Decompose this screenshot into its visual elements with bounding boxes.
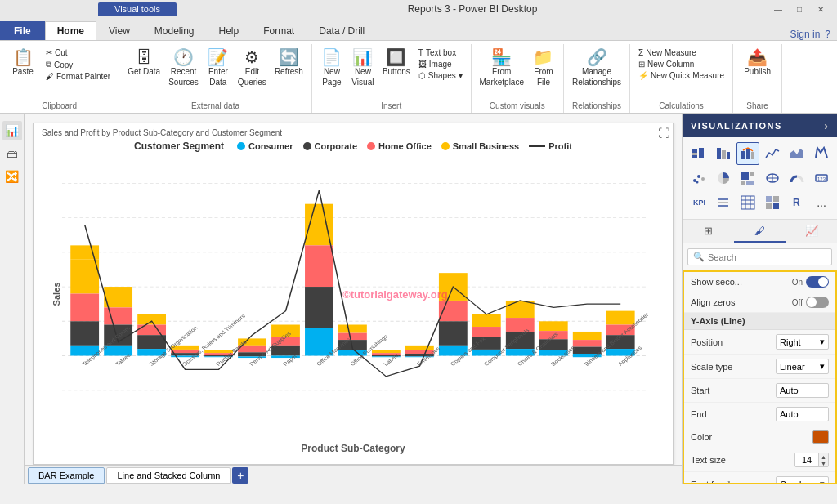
format-painter-button[interactable]: 🖌 Format Painter	[43, 71, 114, 82]
start-label: Start	[691, 386, 709, 395]
chart-body: Sales 2,500K 2,000K 1,500K 1,000K 500K	[34, 163, 673, 425]
text-size-input[interactable]: ▲ ▼	[794, 453, 829, 467]
add-page-button[interactable]: +	[232, 467, 248, 484]
cut-button[interactable]: ✂ Cut	[43, 47, 114, 58]
viz-icon-stacked-bar[interactable]	[687, 142, 710, 165]
page-tab-line[interactable]: Line and Stacked Column	[106, 467, 231, 484]
new-page-button[interactable]: 📄 New Page	[317, 47, 347, 88]
search-box[interactable]: 🔍	[687, 248, 832, 265]
svg-text:123: 123	[817, 176, 826, 181]
chart-expand-btn[interactable]: ⛶	[658, 127, 669, 140]
viz-icon-slicer[interactable]	[712, 191, 735, 214]
from-file-button[interactable]: 📁 From File	[529, 47, 558, 88]
text-size-label: Text size	[691, 455, 726, 465]
svg-point-120	[697, 175, 700, 178]
viz-panel-title: VISUALIZATIONS	[691, 121, 782, 131]
svg-rect-32	[137, 314, 166, 325]
new-visual-button[interactable]: 📊 New Visual	[348, 47, 378, 88]
new-measure-button[interactable]: Σ New Measure	[635, 47, 727, 58]
new-quick-measure-button[interactable]: ⚡ New Quick Measure	[635, 70, 727, 81]
position-row: Position Right▾	[684, 330, 835, 355]
manage-relationships-button[interactable]: 🔗 Manage Relationships	[569, 47, 624, 88]
minimize-button[interactable]: —	[768, 2, 788, 16]
search-input[interactable]	[708, 252, 826, 262]
viz-icon-matrix[interactable]	[761, 191, 784, 214]
sign-in[interactable]: Sign in ?	[790, 29, 837, 40]
viz-icon-map[interactable]	[761, 167, 784, 190]
page-tab-bar: BAR Example	[28, 467, 105, 484]
tab-data-drill[interactable]: Data / Drill	[307, 21, 377, 40]
window-title: Reports 3 - Power BI Desktop	[177, 3, 768, 15]
color-picker[interactable]	[812, 430, 829, 444]
text-box-button[interactable]: T Text box	[415, 47, 466, 58]
viz-icon-line-bar[interactable]	[736, 142, 759, 165]
from-marketplace-button[interactable]: 🏪 From Marketplace	[477, 47, 527, 88]
legend-customer-segment-label: Customer Segment	[134, 140, 224, 152]
viz-icon-scatter[interactable]	[687, 167, 710, 190]
viz-tab-fields[interactable]: ⊞	[683, 220, 734, 243]
tab-modeling[interactable]: Modeling	[142, 21, 207, 40]
position-dropdown[interactable]: Right▾	[776, 334, 829, 350]
viz-icon-card[interactable]: 123	[810, 167, 833, 190]
refresh-button[interactable]: 🔄 Refresh	[271, 47, 307, 78]
viz-icon-bar[interactable]	[712, 142, 735, 165]
tab-home[interactable]: Home	[45, 21, 96, 40]
copy-button[interactable]: ⧉ Copy	[43, 59, 114, 70]
chart-container[interactable]: Sales and Profit by Product Sub-Category…	[33, 123, 674, 465]
svg-rect-27	[70, 245, 99, 259]
close-button[interactable]: ✕	[811, 2, 830, 16]
viz-subtabs: ⊞ 🖌 📈	[683, 220, 837, 243]
svg-rect-127	[746, 181, 754, 185]
viz-icon-gauge[interactable]	[786, 167, 808, 190]
edit-queries-button[interactable]: ⚙ Edit Queries	[235, 47, 270, 88]
svg-point-121	[701, 177, 705, 181]
svg-rect-144	[766, 203, 772, 209]
viz-icon-area[interactable]	[786, 142, 808, 165]
image-button[interactable]: 🖼 Image	[415, 59, 466, 69]
tab-format[interactable]: Format	[251, 21, 307, 40]
publish-button[interactable]: 📤 Publish	[741, 47, 774, 78]
buttons-button[interactable]: 🔲 Buttons	[379, 47, 414, 78]
align-zeros-toggle[interactable]: Off	[792, 297, 829, 308]
svg-rect-72	[472, 314, 501, 327]
svg-rect-112	[717, 148, 721, 159]
viz-expand-icon[interactable]: ›	[824, 119, 829, 132]
viz-icon-r-script[interactable]: R	[786, 191, 808, 214]
tab-help[interactable]: Help	[207, 21, 252, 40]
tab-view[interactable]: View	[96, 21, 142, 40]
start-input[interactable]: Auto	[776, 383, 829, 398]
sales-y-label: Sales	[51, 282, 61, 306]
viz-icon-kpi[interactable]: KPI	[687, 191, 710, 214]
model-view-icon[interactable]: 🔀	[2, 167, 22, 186]
show-secondary-toggle[interactable]: On	[792, 276, 829, 288]
viz-icon-more[interactable]: ...	[810, 191, 833, 214]
viz-icon-line[interactable]	[761, 142, 784, 165]
viz-icon-ribbon[interactable]	[810, 142, 833, 165]
font-family-dropdown[interactable]: Candara▾	[776, 476, 829, 484]
viz-tab-analytics[interactable]: 📈	[786, 220, 837, 243]
clipboard-group: 📋 Paste ✂ Cut ⧉ Copy 🖌 Format Painter Cl…	[0, 44, 119, 113]
recent-sources-button[interactable]: 🕐 Recent Sources	[165, 47, 202, 88]
get-data-button[interactable]: 🗄 Get Data	[124, 47, 163, 78]
viz-tab-format[interactable]: 🖌	[734, 220, 786, 243]
svg-rect-24	[70, 294, 99, 322]
viz-icon-table[interactable]	[736, 191, 759, 214]
svg-rect-33	[137, 325, 166, 336]
shapes-button[interactable]: ⬡ Shapes ▾	[415, 70, 466, 81]
viz-icon-treemap[interactable]	[736, 167, 759, 190]
end-input[interactable]: Auto	[776, 407, 829, 421]
new-column-button[interactable]: ⊞ New Column	[635, 59, 727, 69]
left-panel: 📊 🗃 🔀	[0, 114, 25, 484]
legend-corporate: Corporate	[303, 140, 358, 152]
maximize-button[interactable]: □	[790, 2, 809, 16]
relationships-group: 🔗 Manage Relationships Relationships	[564, 44, 630, 113]
paste-button[interactable]: 📋 Paste	[5, 47, 41, 78]
file-tab[interactable]: File	[0, 21, 45, 40]
data-view-icon[interactable]: 🗃	[2, 144, 22, 163]
enter-data-button[interactable]: 📝 Enter Data	[204, 47, 233, 88]
viz-icon-pie[interactable]	[712, 167, 735, 190]
scale-type-dropdown[interactable]: Linear▾	[776, 359, 829, 374]
custom-visuals-group: 🏪 From Marketplace 📁 From File Custom vi…	[472, 44, 564, 113]
report-view-icon[interactable]: 📊	[2, 121, 22, 140]
show-secondary-label: Show seco...	[691, 277, 742, 287]
